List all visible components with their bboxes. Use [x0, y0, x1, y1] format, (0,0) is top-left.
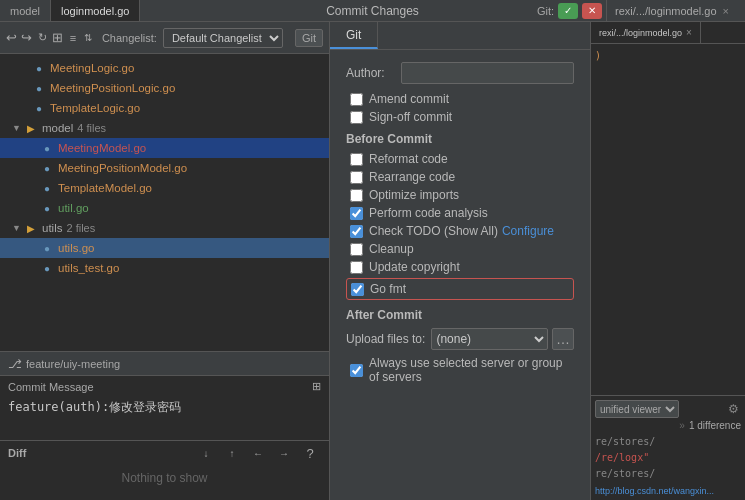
signoff-row: Sign-off commit: [346, 110, 574, 124]
toolbar-back-btn[interactable]: ↩: [6, 27, 17, 49]
amend-label: Amend commit: [369, 92, 449, 106]
file-icon: ●: [40, 201, 54, 215]
folder-count: 2 files: [66, 222, 95, 234]
toolbar-forward-btn[interactable]: ↪: [21, 27, 32, 49]
editor-bottom-row: unified viewer ⚙: [595, 400, 741, 418]
toolbar-grid-btn[interactable]: ⊞: [52, 27, 63, 49]
git-check-btn[interactable]: ✓: [558, 3, 578, 19]
rearrange-checkbox[interactable]: [350, 171, 363, 184]
diff-left-btn[interactable]: ←: [247, 442, 269, 464]
diff-help-btn[interactable]: ?: [299, 442, 321, 464]
main-layout: ↩ ↪ ↻ ⊞ ≡ ⇅ Changelist: Default Changeli…: [0, 22, 745, 500]
always-checkbox[interactable]: [350, 364, 363, 377]
optimize-row: Optimize imports: [346, 188, 574, 202]
signoff-checkbox[interactable]: [350, 111, 363, 124]
upload-row: Upload files to: (none) …: [346, 328, 574, 350]
checktodo-row: Check TODO (Show All) Configure: [346, 224, 574, 238]
perform-checkbox[interactable]: [350, 207, 363, 220]
editor-line-3: [595, 80, 741, 96]
folder-icon: ▶: [24, 221, 38, 235]
diff-right-btn[interactable]: →: [273, 442, 295, 464]
tab-git-label: Git: [346, 28, 361, 42]
branch-icon: ⎇: [8, 357, 22, 371]
author-input[interactable]: [401, 62, 574, 84]
checktodo-checkbox[interactable]: [350, 225, 363, 238]
file-name: utils.go: [58, 242, 94, 254]
file-icon: ●: [40, 141, 54, 155]
toolbar-refresh-btn[interactable]: ↻: [37, 27, 48, 49]
after-commit-section: After Commit Upload files to: (none) … A…: [346, 308, 574, 384]
always-label: Always use selected server or group of s…: [369, 356, 574, 384]
diff-prev-btn[interactable]: ↓: [195, 442, 217, 464]
copyright-checkbox[interactable]: [350, 261, 363, 274]
branch-name: feature/uiy-meeting: [26, 358, 120, 370]
tree-item-utils-test[interactable]: ● utils_test.go: [0, 258, 329, 278]
changelist-select[interactable]: Default Changelist: [163, 28, 283, 48]
tree-item-model-folder[interactable]: ▼ ▶ model 4 files: [0, 118, 329, 138]
amend-checkbox[interactable]: [350, 93, 363, 106]
tab-git[interactable]: Git: [330, 22, 378, 49]
cleanup-checkbox[interactable]: [350, 243, 363, 256]
editor-bottom: unified viewer ⚙ » 1 difference re/store…: [591, 395, 745, 500]
toolbar-sort-btn[interactable]: ⇅: [83, 27, 94, 49]
code-line-1: re/stores/: [595, 434, 741, 450]
signoff-label: Sign-off commit: [369, 110, 452, 124]
reformat-label: Reformat code: [369, 152, 448, 166]
close-tab-icon[interactable]: ×: [723, 5, 729, 17]
gofmt-checkbox[interactable]: [351, 283, 364, 296]
code-line-2: /re/logx": [595, 450, 741, 466]
tree-item-utils-folder[interactable]: ▼ ▶ utils 2 files: [0, 218, 329, 238]
editor-tab-label: rexi/.../loginmodel.go: [599, 28, 682, 38]
tab-loginmodel[interactable]: loginmodel.go: [51, 0, 141, 21]
close-editor-icon[interactable]: ×: [686, 27, 692, 38]
editor-line-2: [595, 64, 741, 80]
upload-select[interactable]: (none): [431, 328, 548, 350]
editor-tab-top[interactable]: rexi/.../loginmodel.go ×: [606, 0, 737, 21]
amend-row: Amend commit: [346, 92, 574, 106]
file-name: TemplateLogic.go: [50, 102, 140, 114]
dialog-title: Commit Changes: [326, 4, 419, 18]
file-name: MeetingLogic.go: [50, 62, 134, 74]
tree-item-templatelogic[interactable]: ● TemplateLogic.go: [0, 98, 329, 118]
branch-bar: ⎇ feature/uiy-meeting: [0, 351, 329, 375]
upload-more-btn[interactable]: …: [552, 328, 574, 350]
diff-next-btn[interactable]: ↑: [221, 442, 243, 464]
toolbar-list-btn[interactable]: ≡: [67, 27, 78, 49]
folder-icon: ▶: [24, 121, 38, 135]
nothing-label: Nothing to show: [0, 465, 329, 491]
checktodo-label: Check TODO (Show All): [369, 224, 498, 238]
author-row: Author:: [346, 62, 574, 84]
git-tab-label[interactable]: Git: [295, 29, 323, 47]
file-icon: ●: [40, 161, 54, 175]
tab-model[interactable]: model: [0, 0, 51, 21]
tree-item-utils-go[interactable]: ● utils.go: [0, 238, 329, 258]
after-commit-title: After Commit: [346, 308, 574, 322]
perform-row: Perform code analysis: [346, 206, 574, 220]
toolbar: ↩ ↪ ↻ ⊞ ≡ ⇅ Changelist: Default Changeli…: [0, 22, 329, 54]
editor-panel: rexi/.../loginmodel.go × ) unified viewe…: [590, 22, 745, 500]
commit-textarea[interactable]: feature(auth):修改登录密码: [0, 397, 329, 437]
tree-item-meetingmodel[interactable]: ● MeetingModel.go: [0, 138, 329, 158]
tree-item-meetinglogic[interactable]: ● MeetingLogic.go: [0, 58, 329, 78]
dialog-tabs: Git: [330, 22, 590, 50]
commit-expand-icon[interactable]: ⊞: [312, 380, 321, 393]
tree-item-templatemodel[interactable]: ● TemplateModel.go: [0, 178, 329, 198]
url-link[interactable]: http://blog.csdn.net/wangxin...: [595, 486, 741, 496]
file-name: utils_test.go: [58, 262, 119, 274]
reformat-checkbox[interactable]: [350, 153, 363, 166]
tree-item-meetingpositionmodel[interactable]: ● MeetingPositionModel.go: [0, 158, 329, 178]
editor-tabs: rexi/.../loginmodel.go ×: [591, 22, 745, 44]
gear-icon[interactable]: ⚙: [725, 401, 741, 417]
left-panel: ↩ ↪ ↻ ⊞ ≡ ⇅ Changelist: Default Changeli…: [0, 22, 330, 500]
tree-item-meetingpositionlogic[interactable]: ● MeetingPositionLogic.go: [0, 78, 329, 98]
optimize-checkbox[interactable]: [350, 189, 363, 202]
gofmt-row: Go fmt: [346, 278, 574, 300]
perform-label: Perform code analysis: [369, 206, 488, 220]
reformat-row: Reformat code: [346, 152, 574, 166]
folder-name: model: [42, 122, 73, 134]
git-x-btn[interactable]: ✕: [582, 3, 602, 19]
editor-file-tab[interactable]: rexi/.../loginmodel.go ×: [591, 22, 701, 43]
configure-link[interactable]: Configure: [502, 224, 554, 238]
unified-viewer-select[interactable]: unified viewer: [595, 400, 679, 418]
tree-item-util[interactable]: ● util.go: [0, 198, 329, 218]
